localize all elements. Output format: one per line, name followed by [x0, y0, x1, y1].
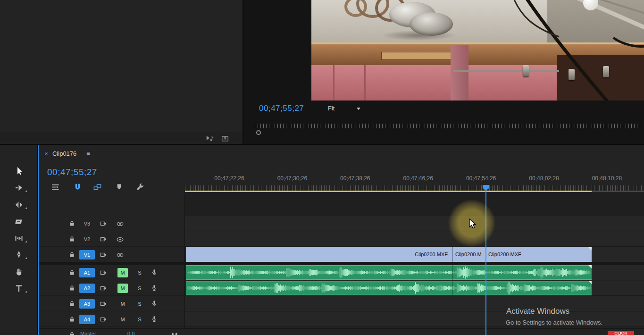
tools-panel	[0, 145, 38, 335]
video-clip-segment[interactable]: Clip0200.M	[452, 247, 485, 262]
program-playhead-marker[interactable]	[256, 130, 261, 135]
solo-button-A1[interactable]: S	[134, 268, 145, 277]
track-output-eye-icon[interactable]	[116, 235, 124, 243]
panel-menu-icon[interactable]: ≡	[86, 150, 90, 157]
track-target-A2[interactable]: A2	[79, 284, 95, 293]
mute-button-A3[interactable]: M	[117, 299, 128, 309]
track-header-V1: V1	[39, 247, 185, 262]
program-monitor-panel: 00;47;55;27 Fit	[243, 0, 644, 144]
master-track-row: Master0.0	[39, 328, 644, 335]
export-frame-icon[interactable]	[221, 134, 229, 142]
master-gain-value[interactable]: 0.0	[127, 331, 134, 335]
razor-tool[interactable]	[14, 217, 24, 226]
lock-icon[interactable]	[68, 285, 75, 292]
sync-lock-icon[interactable]	[100, 269, 107, 276]
close-icon[interactable]: ×	[44, 150, 48, 157]
sync-lock-icon[interactable]	[100, 235, 107, 243]
pen-tool[interactable]	[14, 250, 24, 260]
sync-lock-icon[interactable]	[100, 251, 107, 259]
work-area-bar[interactable]	[185, 191, 592, 192]
program-monitor-ruler[interactable]	[255, 124, 643, 128]
linked-selection-icon[interactable]	[93, 183, 102, 192]
track-header-V3: V3	[39, 216, 185, 231]
mic-icon[interactable]	[151, 268, 158, 276]
nested-sequence-icon[interactable]	[51, 183, 60, 192]
sync-lock-icon[interactable]	[100, 285, 107, 292]
play-audio-icon[interactable]	[206, 134, 214, 142]
ruler-timecode-label: 00;48;02;28	[523, 175, 565, 182]
project-panel	[0, 0, 243, 144]
mouse-cursor	[469, 218, 477, 229]
mic-icon[interactable]	[151, 284, 158, 292]
sync-lock-icon[interactable]	[100, 300, 107, 308]
track-select-forward-tool[interactable]	[14, 183, 24, 193]
video-clip-group[interactable]: Clip0200.MXFClip0200.MClip0200.MXF	[186, 247, 592, 262]
program-video-preview	[311, 0, 644, 100]
work-area-bar-rest	[592, 191, 644, 192]
track-content-V2[interactable]	[185, 232, 644, 247]
ripple-edit-tool[interactable]	[14, 200, 24, 209]
type-tool[interactable]	[14, 284, 24, 293]
selection-tool[interactable]	[14, 166, 24, 176]
zoom-level-value: Fit	[328, 105, 335, 112]
lock-icon[interactable]	[68, 331, 75, 335]
premiere-pro-window: 00;47;55;27 Fit × Clip0176 ≡ 00;47;55;27…	[0, 0, 644, 335]
ruler-ticks[interactable]	[185, 185, 644, 191]
settings-wrench-icon[interactable]	[135, 183, 144, 192]
snap-icon[interactable]	[73, 183, 82, 192]
track-content-V3[interactable]	[185, 216, 644, 231]
fade-handle	[588, 265, 592, 268]
mic-icon[interactable]	[151, 315, 158, 323]
audio-clip-A1[interactable]	[186, 265, 592, 280]
zoom-level-select[interactable]: Fit	[328, 105, 335, 112]
track-target-A4[interactable]: A4	[79, 315, 95, 324]
chevron-down-icon	[357, 108, 360, 110]
slip-tool[interactable]	[14, 234, 24, 243]
sync-lock-icon[interactable]	[100, 316, 107, 323]
tool-flyout-indicator	[25, 207, 27, 209]
video-clip-segment[interactable]: Clip0200.MXF	[485, 247, 592, 262]
lock-icon[interactable]	[68, 251, 75, 258]
track-target-A3[interactable]: A3	[79, 299, 95, 309]
ruler-timecode-label: 00;47;46;26	[397, 175, 439, 182]
track-target-V3[interactable]: V3	[79, 219, 95, 228]
activate-windows-subtext: Go to Settings to activate Windows.	[506, 319, 602, 326]
solo-button-A3[interactable]: S	[134, 299, 145, 309]
timeline-tab-label[interactable]: Clip0176	[52, 150, 76, 157]
tool-flyout-indicator	[25, 241, 27, 243]
lock-icon[interactable]	[68, 300, 75, 307]
mute-button-A4[interactable]: M	[117, 315, 128, 324]
track-content-A3[interactable]	[185, 296, 644, 311]
solo-button-A4[interactable]: S	[134, 315, 145, 324]
track-target-V1[interactable]: V1	[79, 250, 95, 260]
ruler-timecode-label: 00;47;22;26	[208, 175, 251, 182]
lock-icon[interactable]	[68, 235, 75, 243]
tool-flyout-indicator	[25, 257, 27, 259]
track-header-V2: V2	[39, 232, 185, 247]
lock-icon[interactable]	[68, 316, 75, 323]
track-target-V2[interactable]: V2	[79, 234, 95, 244]
mute-button-A1[interactable]: M	[117, 268, 128, 277]
sync-lock-icon[interactable]	[100, 220, 107, 227]
solo-button-A2[interactable]: S	[134, 284, 145, 293]
tool-flyout-indicator	[25, 291, 27, 293]
track-header-A3: A3MS	[39, 296, 185, 311]
video-cables	[311, 0, 644, 100]
mute-button-A2[interactable]: M	[117, 284, 128, 293]
audio-clip-A2[interactable]	[186, 281, 592, 295]
lock-icon[interactable]	[68, 269, 75, 276]
video-clip-segment[interactable]: Clip0200.MXF	[186, 247, 452, 262]
track-output-eye-icon[interactable]	[116, 251, 124, 259]
lock-icon[interactable]	[68, 220, 75, 227]
program-timecode[interactable]: 00;47;55;27	[259, 104, 304, 113]
marker-icon[interactable]	[115, 183, 124, 192]
panel-divider	[163, 0, 163, 132]
track-output-eye-icon[interactable]	[116, 220, 124, 228]
keyframe-toggle-icon[interactable]	[171, 330, 178, 335]
ruler-timecode-label: 00;48;10;28	[585, 175, 628, 182]
track-header-A4: A4MS	[39, 312, 185, 327]
timeline-timecode[interactable]: 00;47;55;27	[47, 167, 97, 177]
track-target-A1[interactable]: A1	[79, 268, 95, 277]
mic-icon[interactable]	[151, 300, 158, 307]
hand-tool[interactable]	[14, 267, 24, 276]
